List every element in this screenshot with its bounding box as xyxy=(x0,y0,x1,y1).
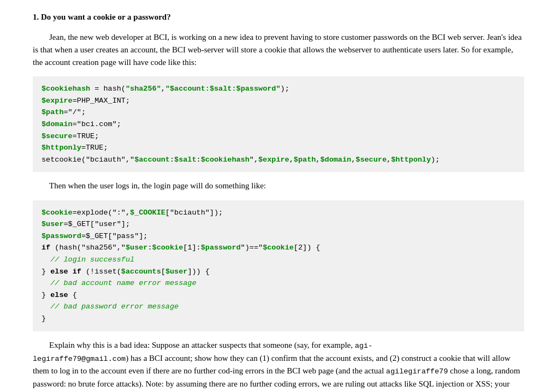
transition-text: Then when the user logs in, the login pa… xyxy=(33,180,524,192)
code-block-2: $cookie=explode(":",$_COOKIE["bciauth"])… xyxy=(33,200,524,331)
explain-text-start: Explain why this is a bad idea: Suppose … xyxy=(49,341,355,349)
explain-paragraph: Explain why this is a bad idea: Suppose … xyxy=(33,339,524,392)
question-title: Do you want a cookie or a password? xyxy=(41,13,171,21)
page-container: 1. Do you want a cookie or a password? J… xyxy=(0,0,557,392)
question-number: 1. xyxy=(33,13,41,21)
explain-username-mono: agilegiraffe79 xyxy=(386,367,448,376)
question-header: 1. Do you want a cookie or a password? xyxy=(33,11,524,23)
intro-paragraph: Jean, the new web developer at BCI, is w… xyxy=(33,31,524,69)
code-block-1: $cookiehash = hash("sha256","$account:$s… xyxy=(33,76,524,172)
